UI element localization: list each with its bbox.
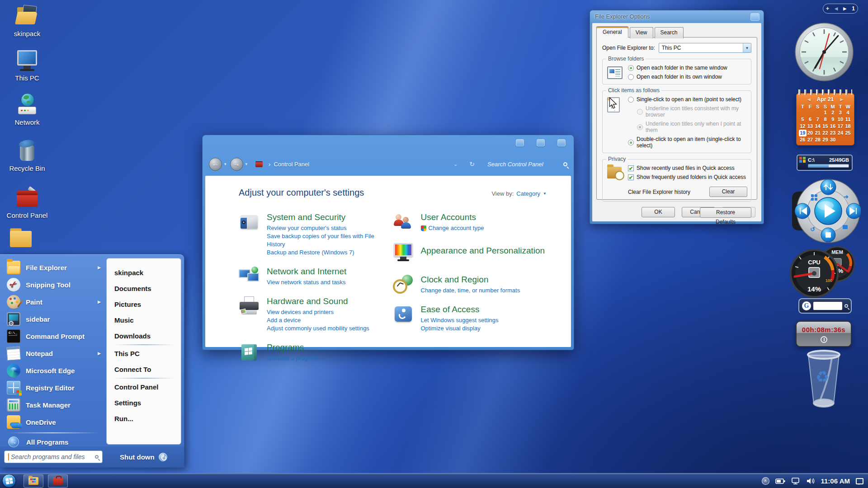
pager-prev-icon[interactable]: ◀ — [835, 6, 838, 11]
view-by-value[interactable]: Category — [516, 190, 540, 197]
start-menu-item-command-prompt[interactable]: Command Prompt — [1, 328, 105, 345]
calendar-day[interactable]: 3 — [837, 109, 844, 116]
category-title[interactable]: Clock and Region — [421, 275, 520, 285]
clock-gadget[interactable] — [794, 22, 854, 82]
calendar-day[interactable]: 29 — [821, 136, 829, 143]
category-title[interactable]: Hardware and Sound — [267, 296, 369, 306]
ease-of-access-icon[interactable] — [393, 304, 414, 324]
volume-icon[interactable] — [806, 478, 815, 484]
clock-region-icon[interactable] — [393, 274, 414, 295]
calendar-day[interactable]: 28 — [814, 136, 821, 143]
category-link[interactable]: Let Windows suggest settings — [421, 316, 499, 324]
calendar-day[interactable]: 30 — [829, 136, 837, 143]
calendar-day[interactable]: 21 — [814, 130, 821, 136]
calendar-day[interactable]: 10 — [837, 116, 844, 123]
calendar-day[interactable]: 17 — [837, 123, 844, 130]
back-dropdown-icon[interactable]: ▾ — [224, 162, 226, 166]
tab-view[interactable]: View — [630, 27, 653, 38]
close-button[interactable] — [557, 139, 566, 146]
back-button[interactable]: ← — [209, 158, 222, 171]
calendar-day[interactable]: 7 — [814, 116, 821, 123]
start-menu-item-notepad[interactable]: Notepad ▶ — [1, 345, 105, 362]
media-control-gadget[interactable]: < ➜ ↺ — [792, 177, 861, 245]
desktop-icon-skinpack[interactable]: skinpack — [5, 5, 49, 38]
pager-next-icon[interactable]: ▶ — [843, 6, 846, 11]
minimize-button[interactable] — [516, 139, 524, 146]
calendar-day[interactable]: 15 — [821, 123, 829, 130]
cpu-gauge-gadget[interactable]: CPU 100 14% — [789, 249, 839, 298]
start-menu-item-task-manager[interactable]: Task Manager — [1, 396, 105, 413]
taskbar-control-panel-button[interactable] — [48, 474, 68, 488]
user-accounts-icon[interactable] — [393, 211, 414, 232]
calendar-gadget[interactable]: ◀ Apr 21 ▶ TF SS MT W 123456789101112131… — [796, 93, 854, 145]
search-input[interactable]: Search Control Panel — [487, 161, 563, 168]
appearance-icon[interactable] — [393, 241, 414, 262]
option-same-window[interactable]: Open each folder in the same window — [628, 65, 747, 71]
calendar-next-icon[interactable]: ▶ — [840, 97, 843, 102]
start-menu-item-music[interactable]: Music — [107, 312, 181, 328]
option-single-click[interactable]: Single-click to open an item (point to s… — [628, 96, 747, 103]
open-to-select[interactable]: This PC ▼ — [659, 43, 751, 53]
timer-gadget[interactable]: 00h:08m:36s — [796, 321, 852, 347]
desktop-icon-control-panel[interactable]: Control Panel — [5, 186, 49, 219]
search-icon[interactable] — [563, 162, 567, 166]
show-hidden-icons-button[interactable]: ˄ — [762, 477, 769, 485]
category-link[interactable]: Change account type — [421, 224, 484, 232]
desktop-icon-network[interactable]: Network — [5, 93, 49, 126]
network-internet-icon[interactable] — [239, 266, 259, 286]
calendar-day[interactable]: 18 — [844, 123, 852, 130]
drive-meter-gadget[interactable]: C:\ 25/49GB — [797, 155, 853, 171]
start-menu-item-file-explorer[interactable]: File Explorer ▶ — [1, 259, 105, 276]
dialog-close-button[interactable] — [750, 13, 760, 21]
calendar-day[interactable]: 23 — [829, 130, 837, 136]
restore-defaults-button[interactable]: Restore Defaults — [700, 207, 751, 218]
calendar-day[interactable]: 19 — [799, 130, 807, 136]
calendar-day[interactable]: 5 — [799, 116, 807, 123]
add-gadget-button[interactable]: + — [826, 5, 829, 12]
start-menu-item-settings[interactable]: Settings — [107, 395, 181, 411]
start-menu-item-paint[interactable]: Paint ▶ — [1, 293, 105, 310]
start-menu-item-connect-to[interactable]: Connect To — [107, 361, 181, 377]
checkbox-checked-icon[interactable]: ✔ — [628, 174, 634, 180]
start-search-input[interactable]: Search programs and files — [4, 450, 103, 463]
action-center-icon[interactable] — [856, 478, 863, 484]
category-link[interactable]: Save backup copies of your files with Fi… — [267, 232, 393, 249]
calendar-day[interactable]: 11 — [844, 116, 852, 123]
network-icon[interactable] — [791, 478, 800, 484]
start-button[interactable] — [2, 474, 16, 488]
category-title[interactable]: Ease of Access — [421, 305, 499, 314]
checkbox-checked-icon[interactable]: ✔ — [628, 165, 634, 171]
address-chevron-icon[interactable]: ⌄ — [453, 161, 458, 167]
start-menu-item-downloads[interactable]: Downloads — [107, 328, 181, 344]
category-title[interactable]: Network and Internet — [267, 267, 346, 277]
calendar-day[interactable]: 20 — [807, 130, 814, 136]
calendar-prev-icon[interactable]: ◀ — [807, 97, 811, 102]
option-show-frequent-folders[interactable]: ✔ Show frequently used folders in Quick … — [628, 174, 747, 180]
shutdown-button[interactable]: Shut down — [120, 453, 167, 461]
radio-icon[interactable] — [628, 97, 634, 103]
refresh-icon[interactable]: ↻ — [469, 160, 475, 168]
calendar-day[interactable]: 1 — [821, 109, 829, 116]
category-link[interactable]: Adjust commonly used mobility settings — [267, 324, 369, 333]
category-link[interactable]: Backup and Restore (Windows 7) — [267, 249, 393, 257]
tab-search[interactable]: Search — [655, 27, 684, 38]
category-title[interactable]: Appearance and Personalization — [421, 246, 545, 256]
start-menu-item-control-panel[interactable]: Control Panel — [107, 379, 181, 395]
radio-icon[interactable] — [628, 74, 634, 80]
calendar-day[interactable]: 26 — [799, 136, 807, 143]
history-dropdown-icon[interactable]: ▾ — [245, 162, 248, 166]
start-menu-item-pictures[interactable]: Pictures — [107, 296, 181, 312]
recycle-bin-gadget[interactable]: ♻ — [802, 347, 845, 411]
calendar-day[interactable]: 8 — [821, 116, 829, 123]
calendar-day[interactable]: 27 — [807, 136, 814, 143]
category-title[interactable]: Programs — [267, 343, 318, 352]
category-title[interactable]: System and Security — [267, 212, 393, 222]
option-own-window[interactable]: Open each folder in its own window — [628, 74, 747, 80]
view-by-arrow-icon[interactable]: ▼ — [543, 192, 547, 196]
clear-button[interactable]: Clear — [709, 187, 747, 197]
category-link[interactable]: Uninstall a program — [267, 354, 318, 362]
combo-dropdown-icon[interactable]: ▼ — [743, 43, 751, 52]
desktop-icon-folder[interactable] — [10, 228, 33, 248]
calendar-day[interactable]: 4 — [844, 109, 852, 116]
category-title[interactable]: User Accounts — [421, 212, 484, 222]
